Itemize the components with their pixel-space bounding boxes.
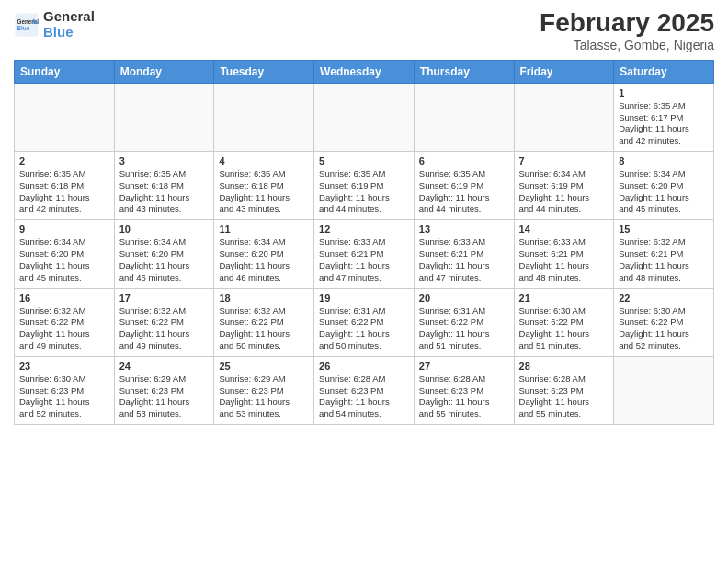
calendar-cell: 18Sunrise: 6:32 AM Sunset: 6:22 PM Dayli…: [214, 288, 314, 356]
day-info: Sunrise: 6:30 AM Sunset: 6:22 PM Dayligh…: [519, 305, 609, 352]
calendar-cell: 22Sunrise: 6:30 AM Sunset: 6:22 PM Dayli…: [614, 288, 714, 356]
calendar-cell: 8Sunrise: 6:34 AM Sunset: 6:20 PM Daylig…: [614, 152, 714, 220]
calendar-cell: 21Sunrise: 6:30 AM Sunset: 6:22 PM Dayli…: [514, 288, 614, 356]
day-number: 7: [519, 155, 609, 167]
day-number: 11: [219, 224, 309, 235]
day-number: 16: [19, 293, 109, 304]
logo: General Blue General Blue: [14, 9, 95, 40]
day-number: 15: [619, 224, 709, 235]
calendar-weekday-monday: Monday: [114, 60, 214, 83]
day-number: 22: [619, 293, 709, 304]
calendar-week-1: 1Sunrise: 6:35 AM Sunset: 6:17 PM Daylig…: [15, 83, 714, 151]
day-info: Sunrise: 6:28 AM Sunset: 6:23 PM Dayligh…: [319, 373, 409, 420]
day-info: Sunrise: 6:34 AM Sunset: 6:20 PM Dayligh…: [19, 236, 109, 283]
calendar-cell: 12Sunrise: 6:33 AM Sunset: 6:21 PM Dayli…: [314, 220, 415, 288]
calendar-cell: [414, 83, 514, 151]
calendar-cell: 25Sunrise: 6:29 AM Sunset: 6:23 PM Dayli…: [214, 356, 314, 424]
calendar-cell: 16Sunrise: 6:32 AM Sunset: 6:22 PM Dayli…: [15, 288, 115, 356]
calendar-cell: [614, 356, 714, 424]
calendar-week-3: 9Sunrise: 6:34 AM Sunset: 6:20 PM Daylig…: [15, 220, 714, 288]
logo-text: General Blue: [43, 9, 95, 40]
calendar-cell: 1Sunrise: 6:35 AM Sunset: 6:17 PM Daylig…: [614, 83, 714, 151]
day-info: Sunrise: 6:34 AM Sunset: 6:20 PM Dayligh…: [119, 236, 210, 283]
day-info: Sunrise: 6:29 AM Sunset: 6:23 PM Dayligh…: [219, 373, 309, 420]
calendar-cell: [15, 83, 115, 151]
calendar-cell: 20Sunrise: 6:31 AM Sunset: 6:22 PM Dayli…: [414, 288, 514, 356]
calendar-cell: 3Sunrise: 6:35 AM Sunset: 6:18 PM Daylig…: [114, 152, 214, 220]
page: General Blue General Blue February 2025 …: [0, 0, 728, 563]
calendar-cell: [314, 83, 415, 151]
calendar-cell: [114, 83, 214, 151]
calendar-cell: 23Sunrise: 6:30 AM Sunset: 6:23 PM Dayli…: [15, 356, 115, 424]
logo-line2: Blue: [43, 25, 95, 40]
calendar-cell: 24Sunrise: 6:29 AM Sunset: 6:23 PM Dayli…: [114, 356, 214, 424]
day-info: Sunrise: 6:35 AM Sunset: 6:19 PM Dayligh…: [419, 168, 509, 215]
calendar-cell: [214, 83, 314, 151]
day-number: 12: [319, 224, 409, 235]
calendar-cell: 4Sunrise: 6:35 AM Sunset: 6:18 PM Daylig…: [214, 152, 314, 220]
calendar-week-5: 23Sunrise: 6:30 AM Sunset: 6:23 PM Dayli…: [15, 356, 714, 424]
day-info: Sunrise: 6:28 AM Sunset: 6:23 PM Dayligh…: [419, 373, 509, 420]
day-info: Sunrise: 6:28 AM Sunset: 6:23 PM Dayligh…: [519, 373, 609, 420]
calendar: SundayMondayTuesdayWednesdayThursdayFrid…: [14, 60, 714, 425]
calendar-cell: 10Sunrise: 6:34 AM Sunset: 6:20 PM Dayli…: [114, 220, 214, 288]
day-number: 8: [619, 155, 709, 167]
day-number: 17: [119, 293, 210, 304]
calendar-cell: 28Sunrise: 6:28 AM Sunset: 6:23 PM Dayli…: [514, 356, 614, 424]
day-number: 18: [219, 293, 309, 304]
calendar-cell: 11Sunrise: 6:34 AM Sunset: 6:20 PM Dayli…: [214, 220, 314, 288]
calendar-cell: 17Sunrise: 6:32 AM Sunset: 6:22 PM Dayli…: [114, 288, 214, 356]
calendar-header-row: SundayMondayTuesdayWednesdayThursdayFrid…: [15, 60, 714, 83]
day-info: Sunrise: 6:32 AM Sunset: 6:22 PM Dayligh…: [219, 305, 309, 352]
calendar-cell: 6Sunrise: 6:35 AM Sunset: 6:19 PM Daylig…: [414, 152, 514, 220]
calendar-cell: 14Sunrise: 6:33 AM Sunset: 6:21 PM Dayli…: [514, 220, 614, 288]
day-number: 9: [19, 224, 109, 235]
day-number: 19: [319, 293, 409, 304]
day-number: 13: [419, 224, 509, 235]
calendar-cell: 7Sunrise: 6:34 AM Sunset: 6:19 PM Daylig…: [514, 152, 614, 220]
calendar-weekday-tuesday: Tuesday: [214, 60, 314, 83]
svg-text:Blue: Blue: [17, 25, 30, 31]
day-number: 4: [219, 155, 309, 167]
calendar-cell: 26Sunrise: 6:28 AM Sunset: 6:23 PM Dayli…: [314, 356, 415, 424]
day-number: 2: [19, 155, 109, 167]
day-number: 21: [519, 293, 609, 304]
day-info: Sunrise: 6:35 AM Sunset: 6:17 PM Dayligh…: [619, 100, 709, 147]
calendar-cell: [514, 83, 614, 151]
day-info: Sunrise: 6:35 AM Sunset: 6:18 PM Dayligh…: [119, 168, 210, 215]
calendar-cell: 27Sunrise: 6:28 AM Sunset: 6:23 PM Dayli…: [414, 356, 514, 424]
day-number: 27: [419, 361, 509, 372]
calendar-cell: 5Sunrise: 6:35 AM Sunset: 6:19 PM Daylig…: [314, 152, 415, 220]
day-info: Sunrise: 6:33 AM Sunset: 6:21 PM Dayligh…: [519, 236, 609, 283]
day-info: Sunrise: 6:34 AM Sunset: 6:19 PM Dayligh…: [519, 168, 609, 215]
day-number: 5: [319, 155, 409, 167]
day-info: Sunrise: 6:29 AM Sunset: 6:23 PM Dayligh…: [119, 373, 210, 420]
day-number: 24: [119, 361, 210, 372]
day-number: 26: [319, 361, 409, 372]
day-info: Sunrise: 6:31 AM Sunset: 6:22 PM Dayligh…: [319, 305, 409, 352]
calendar-body: 1Sunrise: 6:35 AM Sunset: 6:17 PM Daylig…: [15, 83, 714, 424]
day-info: Sunrise: 6:32 AM Sunset: 6:21 PM Dayligh…: [619, 236, 709, 283]
day-info: Sunrise: 6:34 AM Sunset: 6:20 PM Dayligh…: [219, 236, 309, 283]
day-info: Sunrise: 6:30 AM Sunset: 6:22 PM Dayligh…: [619, 305, 709, 352]
day-info: Sunrise: 6:31 AM Sunset: 6:22 PM Dayligh…: [419, 305, 509, 352]
day-info: Sunrise: 6:33 AM Sunset: 6:21 PM Dayligh…: [419, 236, 509, 283]
day-info: Sunrise: 6:32 AM Sunset: 6:22 PM Dayligh…: [19, 305, 109, 352]
day-number: 25: [219, 361, 309, 372]
day-number: 6: [419, 155, 509, 167]
calendar-weekday-sunday: Sunday: [15, 60, 115, 83]
calendar-weekday-saturday: Saturday: [614, 60, 714, 83]
day-number: 14: [519, 224, 609, 235]
day-info: Sunrise: 6:32 AM Sunset: 6:22 PM Dayligh…: [119, 305, 210, 352]
day-info: Sunrise: 6:30 AM Sunset: 6:23 PM Dayligh…: [19, 373, 109, 420]
day-info: Sunrise: 6:34 AM Sunset: 6:20 PM Dayligh…: [619, 168, 709, 215]
day-number: 1: [619, 87, 709, 98]
day-number: 3: [119, 155, 210, 167]
calendar-cell: 13Sunrise: 6:33 AM Sunset: 6:21 PM Dayli…: [414, 220, 514, 288]
calendar-weekday-wednesday: Wednesday: [314, 60, 415, 83]
calendar-cell: 9Sunrise: 6:34 AM Sunset: 6:20 PM Daylig…: [15, 220, 115, 288]
day-number: 23: [19, 361, 109, 372]
day-info: Sunrise: 6:35 AM Sunset: 6:18 PM Dayligh…: [219, 168, 309, 215]
day-info: Sunrise: 6:35 AM Sunset: 6:18 PM Dayligh…: [19, 168, 109, 215]
calendar-weekday-thursday: Thursday: [414, 60, 514, 83]
